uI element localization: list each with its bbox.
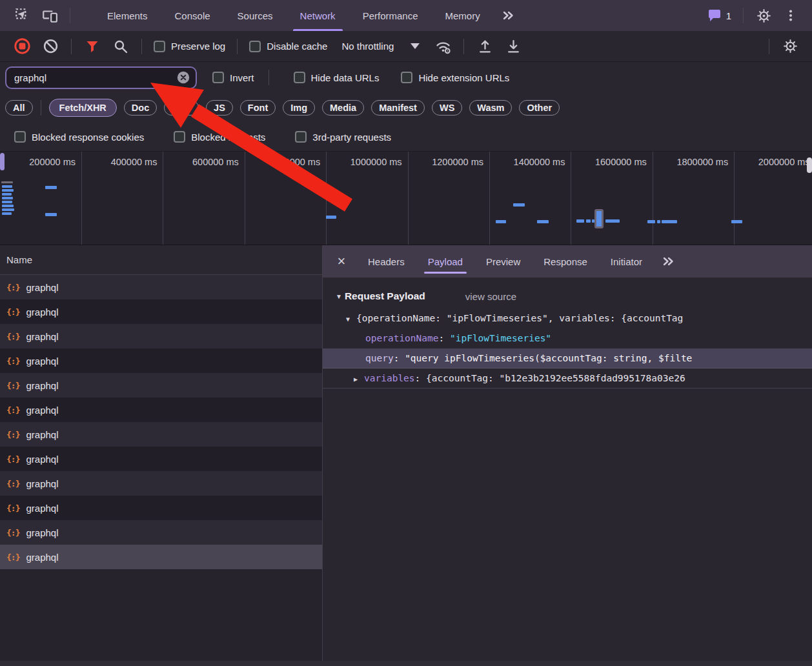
- waterfall-bar[interactable]: [537, 220, 549, 223]
- chip-fetch-xhr[interactable]: Fetch/XHR: [49, 99, 117, 117]
- preserve-log-checkbox[interactable]: Preserve log: [154, 41, 225, 52]
- waterfall-bar[interactable]: [496, 220, 506, 223]
- network-request-row[interactable]: {:}graphql: [0, 422, 322, 447]
- network-request-row[interactable]: {:}graphql: [0, 348, 322, 373]
- network-request-row[interactable]: {:}graphql: [0, 520, 322, 545]
- name-column-header[interactable]: Name: [0, 245, 322, 275]
- chip-media[interactable]: Media: [322, 100, 364, 116]
- waterfall-bar[interactable]: [326, 216, 336, 219]
- waterfall-bar[interactable]: [586, 219, 591, 223]
- network-request-row[interactable]: {:}graphql: [0, 496, 322, 520]
- more-detail-tabs-icon[interactable]: [654, 254, 682, 269]
- network-request-row[interactable]: {:}graphql: [0, 545, 322, 569]
- waterfall-bar[interactable]: [2, 185, 12, 188]
- payload-root-line[interactable]: ▼{operationName: "ipFlowTimeseries", var…: [323, 308, 812, 328]
- detail-tab-response[interactable]: Response: [532, 245, 599, 278]
- settings-gear-icon[interactable]: [754, 6, 773, 25]
- chip-css[interactable]: CSS: [164, 100, 199, 116]
- view-source-link[interactable]: view source: [465, 291, 516, 302]
- record-network-log-icon[interactable]: [12, 37, 32, 56]
- waterfall-bar[interactable]: [2, 197, 13, 199]
- detail-tab-initiator[interactable]: Initiator: [599, 245, 654, 278]
- chip-wasm[interactable]: Wasm: [469, 100, 512, 116]
- filter-input[interactable]: [14, 72, 176, 83]
- waterfall-bar[interactable]: [45, 186, 57, 189]
- waterfall-bar[interactable]: [2, 212, 12, 215]
- checkbox[interactable]: [154, 41, 165, 52]
- network-overview-timeline[interactable]: 200000 ms400000 ms600000 ms800000 ms1000…: [0, 152, 812, 245]
- checkbox[interactable]: [295, 131, 307, 143]
- overview-right-grip[interactable]: [807, 157, 812, 173]
- chip-img[interactable]: Img: [283, 100, 315, 116]
- waterfall-bar[interactable]: [731, 220, 742, 223]
- network-request-row[interactable]: {:}graphql: [0, 299, 322, 324]
- tab-performance[interactable]: Performance: [349, 0, 432, 31]
- disable-cache-checkbox[interactable]: Disable cache: [249, 41, 327, 52]
- waterfall-bar[interactable]: [2, 189, 14, 192]
- network-request-row[interactable]: {:}graphql: [0, 447, 322, 471]
- network-request-row[interactable]: {:}graphql: [0, 373, 322, 398]
- network-conditions-icon[interactable]: [433, 37, 452, 56]
- tab-console[interactable]: Console: [161, 0, 224, 31]
- checkbox[interactable]: [212, 72, 224, 83]
- tab-elements[interactable]: Elements: [94, 0, 161, 31]
- waterfall-bar[interactable]: [576, 219, 584, 223]
- more-tabs-icon[interactable]: [494, 8, 522, 23]
- payload-line-operationname[interactable]: operationName: "ipFlowTimeseries": [323, 328, 812, 348]
- tab-memory[interactable]: Memory: [432, 0, 494, 31]
- blocked-response-cookies-checkbox[interactable]: Blocked response cookies: [14, 131, 144, 143]
- clear-network-log-icon[interactable]: [41, 37, 60, 56]
- payload-line-query[interactable]: query: "query ipFlowTimeseries($accountT…: [323, 348, 812, 368]
- issues-button[interactable]: 1: [707, 8, 731, 23]
- invert-checkbox[interactable]: Invert: [212, 72, 254, 83]
- waterfall-bar[interactable]: [2, 201, 12, 203]
- detail-tab-headers[interactable]: Headers: [356, 245, 416, 278]
- checkbox[interactable]: [294, 72, 305, 83]
- close-icon[interactable]: ×: [330, 250, 352, 272]
- waterfall-bar[interactable]: [2, 208, 14, 211]
- filter-funnel-icon[interactable]: [83, 37, 102, 56]
- chip-doc[interactable]: Doc: [124, 100, 157, 116]
- checkbox[interactable]: [14, 131, 26, 143]
- selected-request-marker[interactable]: [594, 209, 604, 228]
- waterfall-bar[interactable]: [45, 213, 57, 216]
- blocked-requests-checkbox[interactable]: Blocked requests: [174, 131, 265, 143]
- import-har-icon[interactable]: [475, 37, 494, 56]
- waterfall-bar[interactable]: [605, 219, 620, 223]
- export-har-icon[interactable]: [503, 37, 523, 56]
- kebab-menu-icon[interactable]: [781, 6, 800, 25]
- collapse-triangle-icon[interactable]: ▼: [336, 293, 342, 300]
- chip-ws[interactable]: WS: [432, 100, 462, 116]
- device-toolbar-icon[interactable]: [40, 6, 59, 25]
- network-settings-gear-icon[interactable]: [780, 37, 800, 56]
- waterfall-bar[interactable]: [1, 181, 13, 183]
- network-request-row[interactable]: {:}graphql: [0, 471, 322, 496]
- clear-filter-icon[interactable]: [176, 70, 190, 85]
- detail-tab-payload[interactable]: Payload: [416, 245, 474, 278]
- tab-sources[interactable]: Sources: [224, 0, 287, 31]
- waterfall-bar[interactable]: [662, 220, 677, 223]
- waterfall-bar[interactable]: [513, 203, 525, 207]
- expand-triangle-icon[interactable]: ▶: [354, 369, 364, 388]
- third-party-requests-checkbox[interactable]: 3rd-party requests: [295, 131, 391, 143]
- throttling-dropdown[interactable]: No throttling: [341, 41, 420, 52]
- waterfall-bar[interactable]: [2, 205, 14, 207]
- hide-extension-urls-checkbox[interactable]: Hide extension URLs: [401, 72, 509, 83]
- chip-manifest[interactable]: Manifest: [371, 100, 425, 116]
- waterfall-bar[interactable]: [647, 220, 655, 223]
- chip-other[interactable]: Other: [519, 100, 560, 116]
- network-request-row[interactable]: {:}graphql: [0, 275, 322, 299]
- checkbox[interactable]: [249, 41, 261, 52]
- waterfall-bar[interactable]: [657, 220, 660, 223]
- checkbox[interactable]: [401, 72, 412, 83]
- network-request-row[interactable]: {:}graphql: [0, 398, 322, 422]
- tab-network[interactable]: Network: [287, 0, 349, 31]
- network-request-row[interactable]: {:}graphql: [0, 324, 322, 348]
- chip-js[interactable]: JS: [206, 100, 233, 116]
- checkbox[interactable]: [174, 131, 185, 143]
- inspect-element-icon[interactable]: [13, 6, 32, 25]
- payload-line-variables[interactable]: ▶variables: {accountTag: "b12e3b2192ee55…: [323, 368, 812, 388]
- overview-left-grip[interactable]: [0, 153, 5, 170]
- chip-all[interactable]: All: [5, 100, 33, 116]
- detail-tab-preview[interactable]: Preview: [474, 245, 532, 278]
